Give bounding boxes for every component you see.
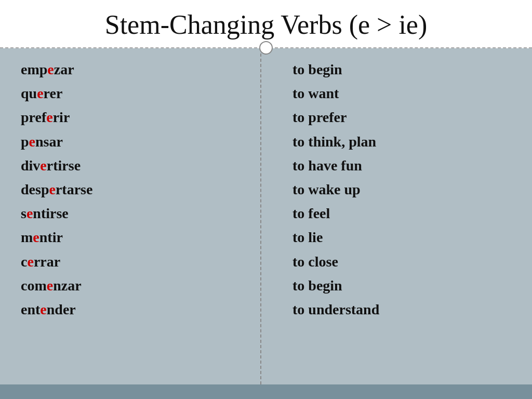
english-column: to beginto wantto preferto think, planto… <box>261 48 532 384</box>
footer-bar <box>0 384 532 399</box>
table-row: to have fun <box>292 154 520 178</box>
table-row: divertirse <box>21 154 248 178</box>
table-row: sentirse <box>21 202 248 225</box>
table-row: comenzar <box>21 274 248 298</box>
table-row: despertarse <box>21 178 248 202</box>
page-title: Stem-Changing Verbs (e > ie) <box>10 9 522 40</box>
spanish-column: empezarquererpreferirpensardivertirsedes… <box>0 48 261 384</box>
table-row: to feel <box>292 202 520 225</box>
table-row: to begin <box>292 274 520 298</box>
table-row: empezar <box>21 58 248 82</box>
slide: Stem-Changing Verbs (e > ie) empezarquer… <box>0 0 532 399</box>
table-row: to think, plan <box>292 130 520 154</box>
table-row: to want <box>292 82 520 105</box>
divider-circle <box>259 41 273 55</box>
table-row: querer <box>21 82 248 105</box>
table-row: to understand <box>292 298 520 322</box>
table-row: to begin <box>292 58 520 82</box>
table-row: to close <box>292 250 520 274</box>
table-row: entender <box>21 298 248 322</box>
header: Stem-Changing Verbs (e > ie) <box>0 0 532 48</box>
table-row: to prefer <box>292 105 520 129</box>
content-area: empezarquererpreferirpensardivertirsedes… <box>0 48 532 384</box>
table-row: preferir <box>21 105 248 129</box>
table-row: to wake up <box>292 178 520 202</box>
table-row: mentir <box>21 225 248 249</box>
table-row: to lie <box>292 225 520 249</box>
table-row: cerrar <box>21 250 248 274</box>
table-row: pensar <box>21 130 248 154</box>
